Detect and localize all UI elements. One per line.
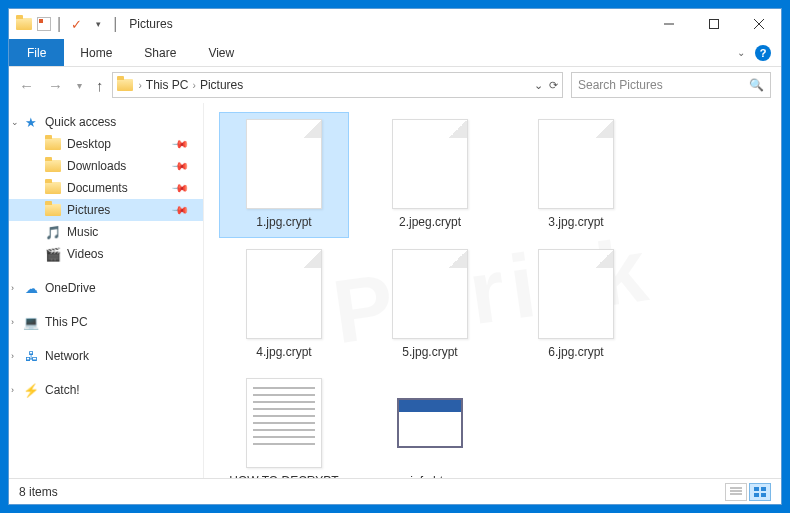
- search-icon: 🔍: [749, 78, 764, 92]
- pin-icon: 📌: [170, 200, 189, 219]
- chevron-down-icon[interactable]: ⌄: [11, 117, 19, 127]
- file-name: 4.jpg.crypt: [256, 345, 311, 361]
- chevron-right-icon[interactable]: ›: [11, 351, 14, 361]
- sidebar-item-onedrive[interactable]: ›☁OneDrive: [9, 277, 203, 299]
- folder-icon: [15, 15, 33, 33]
- file-list[interactable]: PCrisk 1.jpg.crypt2.jpeg.crypt3.jpg.cryp…: [204, 103, 781, 478]
- nav-back-button[interactable]: ←: [19, 77, 34, 94]
- sidebar-item-music[interactable]: 🎵Music: [9, 221, 203, 243]
- help-icon[interactable]: ?: [755, 45, 771, 61]
- chevron-right-icon[interactable]: ›: [139, 80, 142, 91]
- window-title: Pictures: [129, 17, 172, 31]
- sidebar-quick-access[interactable]: ⌄ ★ Quick access: [9, 111, 203, 133]
- hta-file-icon: [385, 378, 475, 468]
- pictures-icon: [45, 202, 61, 218]
- address-dropdown-icon[interactable]: ⌄: [534, 79, 543, 92]
- documents-icon: [45, 180, 61, 196]
- sidebar-item-documents[interactable]: Documents📌: [9, 177, 203, 199]
- view-large-icons-button[interactable]: [749, 483, 771, 501]
- chevron-right-icon[interactable]: ›: [193, 80, 196, 91]
- sidebar-item-label: Network: [45, 349, 89, 363]
- sidebar-item-label: Music: [67, 225, 98, 239]
- blank-file-icon: [392, 249, 468, 339]
- sidebar-item-label: Pictures: [67, 203, 110, 217]
- item-count: 8 items: [19, 485, 58, 499]
- sidebar-item-pictures[interactable]: Pictures📌: [9, 199, 203, 221]
- svg-rect-7: [754, 487, 759, 491]
- file-item[interactable]: 3.jpg.crypt: [512, 113, 640, 237]
- star-icon: ★: [23, 114, 39, 130]
- svg-rect-9: [754, 493, 759, 497]
- pin-icon: 📌: [170, 178, 189, 197]
- file-item[interactable]: HOW TO DECRYPT FILES.txt: [220, 372, 348, 478]
- address-bar[interactable]: › This PC › Pictures ⌄ ⟳: [112, 72, 564, 98]
- maximize-button[interactable]: [691, 9, 736, 39]
- ribbon-expand-icon[interactable]: ⌄: [737, 47, 745, 58]
- blank-file-icon: [392, 119, 468, 209]
- qat-checkbox-icon[interactable]: ✓: [67, 15, 85, 33]
- file-item[interactable]: 2.jpeg.crypt: [366, 113, 494, 237]
- onedrive-icon: ☁: [23, 280, 39, 296]
- nav-history-dropdown[interactable]: ▾: [77, 80, 82, 91]
- sidebar-item-label: Downloads: [67, 159, 126, 173]
- svg-rect-8: [761, 487, 766, 491]
- desktop-icon: [45, 136, 61, 152]
- qat-dropdown-icon[interactable]: ▾: [89, 15, 107, 33]
- file-name: 1.jpg.crypt: [256, 215, 311, 231]
- chevron-right-icon[interactable]: ›: [11, 317, 14, 327]
- breadcrumb[interactable]: Pictures: [200, 78, 243, 92]
- blank-file-icon: [246, 119, 322, 209]
- thispc-icon: 💻: [23, 314, 39, 330]
- sidebar-item-catch[interactable]: ›⚡Catch!: [9, 379, 203, 401]
- chevron-right-icon[interactable]: ›: [11, 385, 14, 395]
- ribbon-file-tab[interactable]: File: [9, 39, 64, 66]
- catch-icon: ⚡: [23, 382, 39, 398]
- qat: | ✓ ▾ |: [9, 15, 125, 33]
- nav-arrows: ← → ▾ ↑: [19, 77, 104, 94]
- window-controls: [646, 9, 781, 39]
- svg-rect-1: [709, 20, 718, 29]
- file-item[interactable]: 5.jpg.crypt: [366, 243, 494, 367]
- ribbon-tab-share[interactable]: Share: [128, 39, 192, 66]
- explorer-window: | ✓ ▾ | Pictures File Home Share View ⌄ …: [8, 8, 782, 505]
- sidebar-item-label: Desktop: [67, 137, 111, 151]
- pin-icon: 📌: [170, 134, 189, 153]
- search-input[interactable]: Search Pictures 🔍: [571, 72, 771, 98]
- sidebar-item-label: Catch!: [45, 383, 80, 397]
- qat-separator: |: [57, 15, 61, 33]
- music-icon: 🎵: [45, 224, 61, 240]
- nav-up-button[interactable]: ↑: [96, 77, 104, 94]
- qat-separator-2: |: [113, 15, 117, 33]
- search-placeholder: Search Pictures: [578, 78, 663, 92]
- ribbon: File Home Share View ⌄ ?: [9, 39, 781, 67]
- chevron-right-icon[interactable]: ›: [11, 283, 14, 293]
- sidebar-item-thispc[interactable]: ›💻This PC: [9, 311, 203, 333]
- navbar: ← → ▾ ↑ › This PC › Pictures ⌄ ⟳ Search …: [9, 67, 781, 103]
- refresh-icon[interactable]: ⟳: [549, 79, 558, 92]
- sidebar-item-videos[interactable]: 🎬Videos: [9, 243, 203, 265]
- minimize-button[interactable]: [646, 9, 691, 39]
- nav-forward-button[interactable]: →: [48, 77, 63, 94]
- file-name: HOW TO DECRYPT FILES.txt: [224, 474, 344, 478]
- sidebar-item-network[interactable]: ›🖧Network: [9, 345, 203, 367]
- view-details-button[interactable]: [725, 483, 747, 501]
- blank-file-icon: [538, 119, 614, 209]
- videos-icon: 🎬: [45, 246, 61, 262]
- sidebar-item-desktop[interactable]: Desktop📌: [9, 133, 203, 155]
- ribbon-tab-view[interactable]: View: [192, 39, 250, 66]
- file-item[interactable]: 4.jpg.crypt: [220, 243, 348, 367]
- file-item[interactable]: 1.jpg.crypt: [220, 113, 348, 237]
- ribbon-tab-home[interactable]: Home: [64, 39, 128, 66]
- breadcrumb[interactable]: This PC: [146, 78, 189, 92]
- body: ⌄ ★ Quick access Desktop📌Downloads📌Docum…: [9, 103, 781, 478]
- file-item[interactable]: 6.jpg.crypt: [512, 243, 640, 367]
- file-name: 5.jpg.crypt: [402, 345, 457, 361]
- status-bar: 8 items: [9, 478, 781, 504]
- file-name: info.hta: [410, 474, 449, 478]
- qat-properties-icon[interactable]: [37, 17, 51, 31]
- sidebar-item-label: OneDrive: [45, 281, 96, 295]
- file-name: 2.jpeg.crypt: [399, 215, 461, 231]
- sidebar-item-downloads[interactable]: Downloads📌: [9, 155, 203, 177]
- close-button[interactable]: [736, 9, 781, 39]
- file-item[interactable]: info.hta: [366, 372, 494, 478]
